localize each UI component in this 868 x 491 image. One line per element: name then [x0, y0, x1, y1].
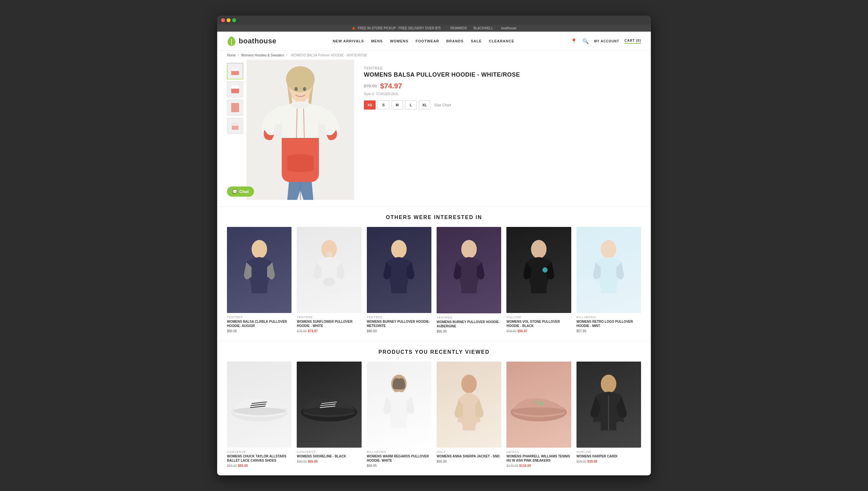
rv-product-6[interactable]: HARLOW WOMENS HARPER CARDI $58.00 $39.99: [577, 362, 641, 467]
breadcrumb-category[interactable]: Womens Hoodies & Sweaters: [241, 54, 284, 57]
rec-product-1-image: [227, 227, 291, 313]
size-m[interactable]: M: [391, 100, 403, 110]
rec-2-name: WOMENS SUNFLOWER PULLOVER HOODIE - WHITE: [297, 319, 361, 328]
product-image-svg: [247, 60, 354, 200]
svg-rect-7: [231, 103, 239, 112]
breadcrumb: Home / Womens Hoodies & Sweaters / WOMEN…: [217, 51, 651, 60]
browser-window: 🍁 FREE IN-STORE PICKUP · FREE DELIVERY O…: [217, 16, 651, 475]
my-account-button[interactable]: MY ACCOUNT: [594, 39, 619, 43]
rv-4-svg: [443, 366, 495, 443]
product-details: TENTREE WOMENS BALSA PULLOVER HOODIE - W…: [354, 60, 641, 200]
close-dot[interactable]: [221, 18, 225, 22]
rec-2-price: $78.00 $74.97: [297, 329, 361, 333]
maximize-dot[interactable]: [232, 18, 236, 22]
rv-product-3-image: [367, 362, 431, 447]
rec-product-1[interactable]: TENTREE WOMENS BALSA CLRBLK PULLOVER HOO…: [227, 227, 291, 333]
thumbnail-2[interactable]: [227, 81, 243, 97]
rec-product-2[interactable]: TENTREE WOMENS SUNFLOWER PULLOVER HOODIE…: [297, 227, 361, 333]
header-right: 📍 🔍 MY ACCOUNT CART (0): [571, 38, 641, 44]
rec-1-svg: [233, 231, 285, 309]
rec-6-svg: [583, 231, 635, 309]
svg-point-20: [252, 240, 267, 259]
svg-point-24: [461, 240, 477, 259]
svg-point-23: [391, 240, 407, 259]
nav-footwear[interactable]: FOOTWEAR: [416, 39, 439, 43]
rewards-label[interactable]: REWARDS: [450, 26, 467, 30]
rv-2-brand: CONVERSE: [297, 450, 361, 454]
rv-product-5-image: [507, 362, 571, 447]
rec-product-3[interactable]: TENTREE WOMENS BURNEY PULLOVER HOODIE- M…: [367, 227, 431, 333]
recently-viewed-section: PRODUCTS YOU RECENTLY VIEWED: [217, 341, 651, 475]
size-xs[interactable]: XS: [364, 100, 376, 110]
rv-4-name: WOMENS ANNA SHERPA JACKET - SND: [437, 454, 501, 458]
size-l[interactable]: L: [405, 100, 417, 110]
thumbnail-1[interactable]: [227, 63, 243, 79]
breadcrumb-current: WOMENS BALSA Pullover HOODIE - WHITE/ROS…: [291, 54, 367, 57]
size-s[interactable]: S: [378, 100, 389, 110]
promo-right: REWARDS BLACKWELL · boathouse: [450, 26, 517, 30]
location-icon[interactable]: 📍: [571, 38, 577, 44]
svg-point-41: [601, 375, 616, 393]
logo-area[interactable]: boathouse: [227, 35, 277, 47]
rv-product-3[interactable]: BILLABONG WOMENS WARM REGARDS PULLOVER H…: [367, 362, 431, 467]
rv-product-1-image: [227, 362, 291, 447]
breadcrumb-home[interactable]: Home: [227, 54, 236, 57]
product-title: WOMENS BALSA PULLOVER HOODIE - WHITE/ROS…: [364, 71, 635, 79]
style-number: Style #: TCW1839-0641: [364, 92, 635, 96]
chat-button[interactable]: 💬 Chat: [227, 186, 254, 197]
nav-brands[interactable]: BRANDS: [446, 39, 464, 43]
rec-product-4[interactable]: TENTREE WOMENS BURNEY PULLOVER HOODIE- A…: [437, 227, 501, 333]
nav-new-arrivals[interactable]: NEW ARRIVALS: [332, 39, 364, 43]
rec-4-name: WOMENS BURNEY PULLOVER HOODIE- AUBERGINE: [437, 320, 501, 328]
nav-mens[interactable]: MENS: [371, 39, 383, 43]
rv-product-2[interactable]: CONVERSE WOMENS SHORELINE - BLACK $60.00…: [297, 362, 361, 467]
rv-product-4-image: [437, 362, 501, 447]
search-icon[interactable]: 🔍: [582, 38, 589, 44]
thumb-svg-3: [229, 100, 242, 115]
minimize-dot[interactable]: [227, 18, 231, 22]
rec-5-brand: VOLCOM: [507, 316, 571, 319]
rv-product-4[interactable]: ONLY WOMENS ANNA SHERPA JACKET - SND $55…: [437, 362, 501, 467]
rec-1-price: $80.00: [227, 329, 291, 333]
rec-product-5[interactable]: VOLCOM WOMENS VOL STONE PULLOVER HOODIE …: [507, 227, 571, 333]
rec-5-name: WOMENS VOL STONE PULLOVER HOODIE - BLACK: [507, 319, 571, 328]
svg-point-26: [543, 267, 548, 272]
svg-point-37: [461, 375, 477, 393]
main-nav: NEW ARRIVALS MENS WOMENS FOOTWEAR BRANDS…: [332, 39, 514, 43]
maple-icon: 🍁: [351, 26, 355, 30]
recommendations-section: OTHERS WERE INTERESTED IN TENTREE WOMENS…: [217, 206, 651, 341]
nav-clearance[interactable]: CLEARANCE: [489, 39, 514, 43]
rv-1-name: WOMENS CHUCK TAYLOR ALLSTARS BALLET LACE…: [227, 454, 291, 463]
product-main-image: [247, 60, 354, 200]
rec-1-brand: TENTREE: [227, 316, 291, 319]
size-chart-link[interactable]: Size Chart: [434, 103, 451, 107]
svg-point-13: [286, 66, 315, 92]
promo-text: 🍁 FREE IN-STORE PICKUP · FREE DELIVERY O…: [351, 26, 440, 30]
thumbnail-3[interactable]: [227, 99, 243, 116]
cart-button[interactable]: CART (0): [625, 39, 641, 44]
size-xl[interactable]: XL: [419, 100, 430, 110]
rv-product-1[interactable]: CONVERSE WOMENS CHUCK TAYLOR ALLSTARS BA…: [227, 362, 291, 467]
original-price: $78.00: [364, 84, 377, 88]
nav-sale[interactable]: SALE: [471, 39, 482, 43]
rv-4-price: $55.00: [437, 460, 501, 463]
rv-3-name: WOMENS WARM REGARDS PULLOVER HOODIE- WHI…: [367, 454, 431, 463]
rec-1-name: WOMENS BALSA CLRBLK PULLOVER HOODIE- AUG…: [227, 319, 291, 328]
rec-product-2-image: [297, 227, 361, 313]
recommendations-grid: TENTREE WOMENS BALSA CLRBLK PULLOVER HOO…: [227, 227, 641, 333]
rec-5-svg: [513, 231, 565, 309]
rv-product-5[interactable]: ADIDAS WOMENS PHARRELL WILLIAMS TENNIS H…: [507, 362, 571, 467]
svg-point-25: [531, 240, 547, 259]
rec-6-price: $57.95: [577, 329, 641, 333]
blackwell-label[interactable]: BLACKWELL ·: [473, 26, 495, 30]
svg-point-17: [294, 87, 298, 91]
rec-4-price: $86.00: [437, 329, 501, 333]
store-header: boathouse NEW ARRIVALS MENS WOMENS FOOTW…: [217, 32, 651, 51]
chat-icon: 💬: [232, 189, 237, 194]
rv-2-price: $60.00 $55.00: [297, 460, 361, 463]
product-thumbnails: [227, 60, 247, 200]
thumbnail-4[interactable]: [227, 118, 243, 134]
rec-product-6[interactable]: BILLABONG WOMENS RETRO LOGO PULLOVER HOO…: [577, 227, 641, 333]
nav-womens[interactable]: WOMENS: [390, 39, 409, 43]
rv-6-brand: HARLOW: [577, 450, 641, 454]
